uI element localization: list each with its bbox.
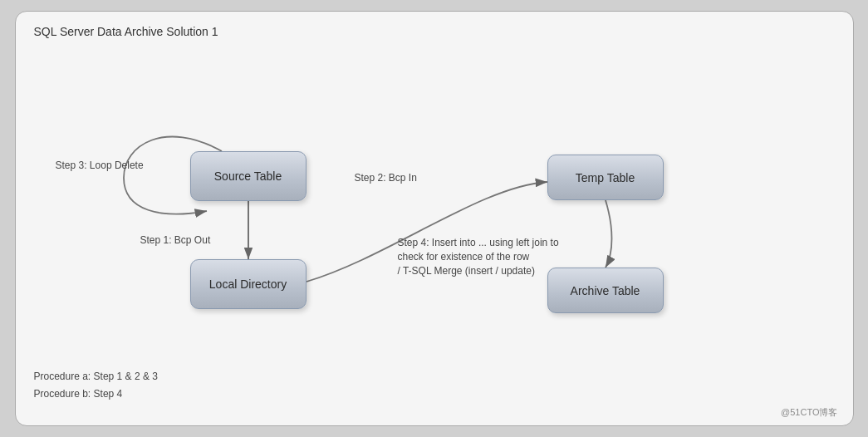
procedure-a: Procedure a: Step 1 & 2 & 3: [34, 368, 158, 385]
local-directory-node: Local Directory: [190, 259, 306, 309]
step4-label: Step 4: Insert into ... using left join …: [398, 236, 581, 277]
step3-label: Step 3: Loop Delete: [56, 160, 144, 171]
watermark: @51CTO博客: [781, 406, 837, 419]
page-title: SQL Server Data Archive Solution 1: [34, 25, 218, 38]
source-table-node: Source Table: [190, 151, 306, 201]
procedure-text: Procedure a: Step 1 & 2 & 3 Procedure b:…: [34, 368, 158, 402]
step1-label: Step 1: Bcp Out: [140, 234, 211, 246]
procedure-b: Procedure b: Step 4: [34, 385, 158, 402]
diagram-container: SQL Server Data Archive Solution 1 Sourc…: [15, 11, 854, 426]
temp-table-node: Temp Table: [547, 155, 664, 200]
step2-label: Step 2: Bcp In: [355, 172, 417, 184]
arrows-svg: [16, 12, 853, 425]
